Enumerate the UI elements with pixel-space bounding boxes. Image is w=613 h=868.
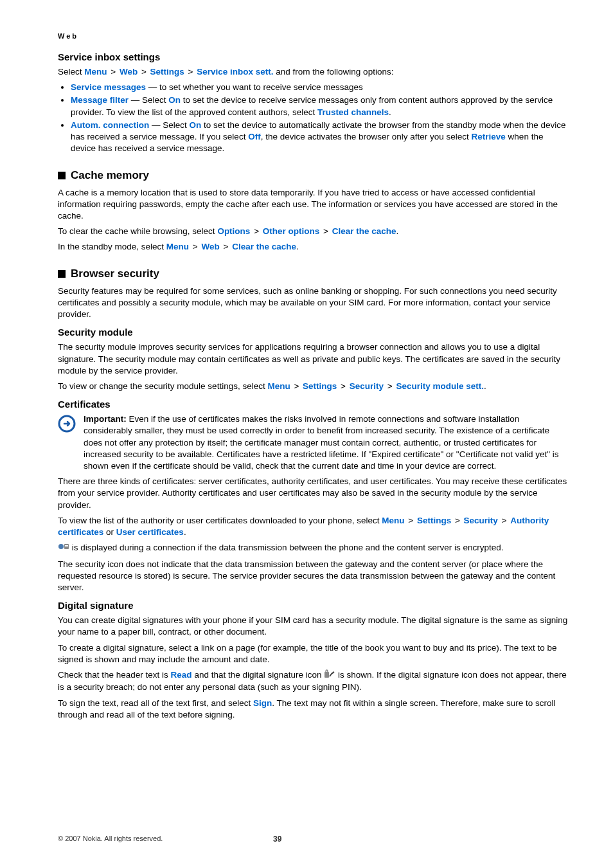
digsig-p3: Check that the header text is Read and t…	[58, 669, 568, 693]
text: — to set whether you want to receive ser…	[146, 82, 363, 92]
list-item: Message filter — Select On to set the de…	[71, 95, 568, 118]
cache-p1: A cache is a memory location that is use…	[58, 187, 568, 222]
digsig-p4: To sign the text, read all of the text f…	[58, 698, 568, 721]
cache-p2: To clear the cache while browsing, selec…	[58, 226, 568, 237]
copyright-text: © 2007 Nokia. All rights reserved.	[58, 835, 163, 842]
page-number: 39	[273, 835, 281, 844]
web-link: Web	[202, 242, 220, 251]
clear-cache-link: Clear the cache	[332, 226, 396, 236]
cache-p3: In the standby mode, select Menu > Web >…	[58, 241, 568, 253]
service-inbox-intro: Select Menu > Web > Settings > Service i…	[58, 66, 568, 78]
security-module-sett-link: Security module sett.	[396, 381, 484, 391]
heading-certificates: Certificates	[58, 399, 568, 410]
text: To sign the text, read all of the text f…	[58, 698, 253, 708]
svg-point-1	[58, 544, 64, 549]
user-certificates-link: User certificates	[116, 527, 184, 537]
off-link: Off	[248, 132, 261, 141]
page-footer: © 2007 Nokia. All rights reserved. 39	[58, 835, 163, 842]
sec-module-p2: To view or change the security module se…	[58, 381, 568, 392]
heading-text: Cache memory	[71, 169, 149, 182]
square-bullet-icon	[58, 270, 66, 278]
on-link: On	[190, 120, 202, 130]
menu-link: Menu	[166, 242, 189, 251]
important-icon	[58, 413, 76, 435]
certs-p5: The security icon does not indicate that…	[58, 559, 568, 594]
browser-security-p1: Security features may be required for so…	[58, 285, 568, 321]
text: , the device activates the browser only …	[261, 132, 472, 141]
menu-link: Menu	[84, 67, 107, 77]
text: or	[103, 527, 116, 537]
certs-p3: To view the list of the authority or use…	[58, 515, 568, 538]
security-link: Security	[464, 516, 498, 525]
heading-browser-security: Browser security	[58, 267, 568, 280]
heading-service-inbox: Service inbox settings	[58, 51, 568, 62]
service-messages-link: Service messages	[71, 82, 146, 92]
service-inbox-sett-link: Service inbox sett.	[197, 67, 273, 77]
important-note: Important: Even if the use of certificat…	[58, 413, 568, 472]
certs-p2: There are three kinds of certificates: s…	[58, 476, 568, 511]
on-link: On	[168, 95, 181, 105]
heading-cache-memory: Cache memory	[58, 169, 568, 182]
sign-link: Sign	[253, 698, 272, 708]
text: To view or change the security module se…	[58, 381, 267, 391]
text: In the standby mode, select	[58, 242, 166, 251]
text: To view the list of the authority or use…	[58, 516, 382, 525]
menu-link: Menu	[267, 381, 290, 391]
service-inbox-list: Service messages — to set whether you wa…	[58, 82, 568, 154]
svg-rect-5	[324, 672, 329, 678]
text: and that the digital signature icon	[192, 670, 324, 680]
sec-module-p1: The security module improves security se…	[58, 341, 568, 377]
settings-link: Settings	[303, 381, 337, 391]
heading-digital-signature: Digital signature	[58, 600, 568, 611]
web-link: Web	[120, 67, 138, 77]
text: is displayed during a connection if the …	[72, 543, 504, 553]
text: — Select	[149, 120, 189, 130]
settings-link: Settings	[150, 67, 184, 77]
encrypted-connection-icon	[58, 542, 69, 554]
heading-security-module: Security module	[58, 327, 568, 338]
security-link: Security	[350, 381, 384, 391]
text: Select	[58, 67, 84, 77]
list-item: Service messages — to set whether you wa…	[71, 82, 568, 93]
other-options-link: Other options	[263, 226, 320, 236]
page: Web Service inbox settings Select Menu >…	[0, 0, 613, 868]
certs-p4: is displayed during a connection if the …	[58, 542, 568, 554]
message-filter-link: Message filter	[71, 95, 129, 105]
text: — Select	[129, 95, 168, 105]
menu-link: Menu	[382, 516, 404, 525]
autom-connection-link: Autom. connection	[71, 120, 149, 130]
svg-rect-3	[65, 545, 68, 546]
retrieve-link: Retrieve	[472, 132, 506, 141]
list-item: Autom. connection — Select On to set the…	[71, 120, 568, 155]
digital-signature-icon	[324, 669, 335, 682]
trusted-channels-link: Trusted channels	[317, 107, 389, 117]
svg-rect-4	[65, 547, 68, 547]
clear-cache-link: Clear the cache	[232, 242, 296, 251]
read-link: Read	[171, 670, 192, 680]
options-link: Options	[217, 226, 250, 236]
text: Even if the use of certificates makes th…	[84, 414, 558, 471]
text: To clear the cache while browsing, selec…	[58, 226, 217, 236]
important-text: Important: Even if the use of certificat…	[84, 413, 568, 472]
important-label: Important:	[84, 414, 129, 424]
digsig-p2: To create a digital signature, select a …	[58, 642, 568, 665]
square-bullet-icon	[58, 172, 66, 179]
text: Check that the header text is	[58, 670, 171, 680]
heading-text: Browser security	[71, 267, 159, 280]
settings-link: Settings	[417, 516, 451, 525]
running-header: Web	[58, 32, 568, 40]
text: .	[484, 381, 486, 391]
text: and from the following options:	[274, 67, 394, 77]
digsig-p1: You can create digital signatures with y…	[58, 615, 568, 638]
